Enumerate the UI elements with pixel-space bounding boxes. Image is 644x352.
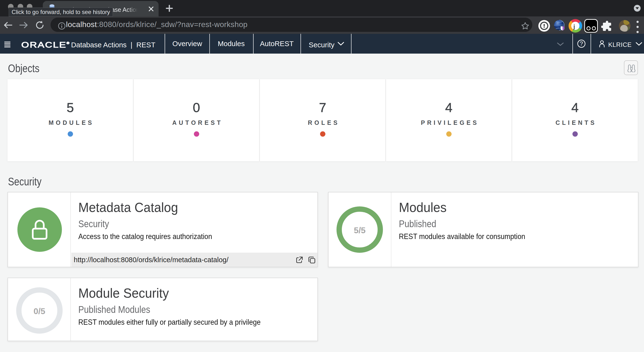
svg-text:?: ? — [580, 40, 583, 47]
